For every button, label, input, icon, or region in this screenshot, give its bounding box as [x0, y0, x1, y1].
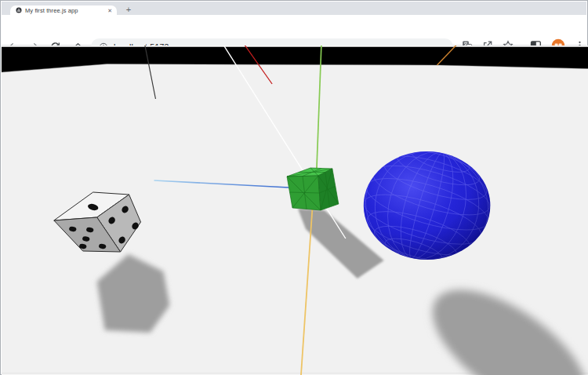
sphere-shading [364, 151, 491, 260]
tab-title: My first three.js app [25, 7, 106, 14]
new-tab-button[interactable]: + [123, 5, 134, 15]
tab-my-first-threejs-app[interactable]: My first three.js app ✕ [10, 5, 117, 15]
canvas-top-strip [2, 46, 588, 47]
tab-close-icon[interactable]: ✕ [106, 8, 114, 13]
threejs-canvas[interactable] [2, 46, 588, 375]
toolbar: localhost:5173 [2, 15, 586, 46]
scene [2, 46, 588, 375]
green-cube [287, 168, 339, 210]
threejs-favicon-icon [16, 7, 22, 13]
browser-window: My first three.js app ✕ + [0, 0, 588, 375]
tab-strip: My first three.js app ✕ + [2, 2, 586, 15]
